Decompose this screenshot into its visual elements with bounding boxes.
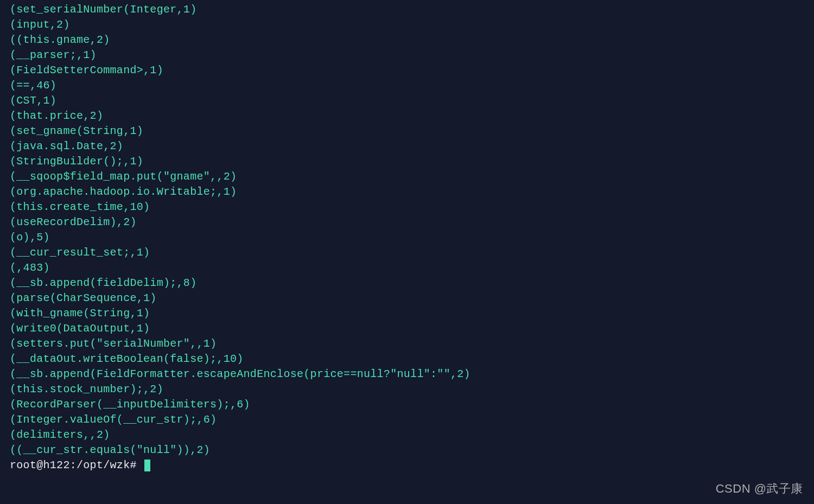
terminal-line: (set_serialNumber(Integer,1) (10, 2, 804, 17)
terminal-line: (this.stock_number);,2) (10, 382, 804, 397)
terminal-line: (__sqoop$field_map.put("gname",,2) (10, 169, 804, 184)
cursor-block (144, 460, 150, 471)
terminal-line: (input,2) (10, 17, 804, 33)
terminal-line: (setters.put("serialNumber",,1) (10, 336, 804, 352)
terminal-line: ((__cur_str.equals("null")),2) (10, 443, 804, 458)
terminal-line: (__dataOut.writeBoolean(false);,10) (10, 352, 804, 367)
prompt-text: root@h122:/opt/wzk# (10, 458, 143, 473)
terminal-line: (__parser;,1) (10, 48, 804, 63)
terminal-line: (StringBuilder();,1) (10, 154, 804, 169)
terminal-line: (useRecordDelim),2) (10, 215, 804, 230)
terminal-line: (FieldSetterCommand>,1) (10, 63, 804, 78)
watermark-text: CSDN @武子康 (716, 481, 803, 497)
terminal-output: (set_serialNumber(Integer,1)(input,2)((t… (10, 2, 804, 458)
terminal-prompt-line[interactable]: root@h122:/opt/wzk# (10, 458, 804, 473)
terminal-line: (write0(DataOutput,1) (10, 321, 804, 336)
terminal-line: (set_gname(String,1) (10, 124, 804, 139)
terminal-line: (this.create_time,10) (10, 200, 804, 215)
terminal-line: (==,46) (10, 78, 804, 93)
terminal-line: (parse(CharSequence,1) (10, 291, 804, 306)
terminal-line: (__sb.append(fieldDelim);,8) (10, 276, 804, 291)
terminal-line: (with_gname(String,1) (10, 306, 804, 321)
terminal-line: (,483) (10, 260, 804, 276)
terminal-line: (RecordParser(__inputDelimiters);,6) (10, 397, 804, 412)
terminal-line: (__sb.append(FieldFormatter.escapeAndEnc… (10, 367, 804, 382)
terminal-line: (Integer.valueOf(__cur_str);,6) (10, 412, 804, 428)
terminal-line: (CST,1) (10, 93, 804, 109)
terminal-line: ((this.gname,2) (10, 33, 804, 48)
terminal-line: (that.price,2) (10, 109, 804, 124)
terminal-line: (delimiters,,2) (10, 428, 804, 443)
terminal-line: (java.sql.Date,2) (10, 139, 804, 154)
terminal-line: (__cur_result_set;,1) (10, 245, 804, 260)
terminal-line: (org.apache.hadoop.io.Writable;,1) (10, 184, 804, 200)
terminal-line: (o),5) (10, 230, 804, 245)
